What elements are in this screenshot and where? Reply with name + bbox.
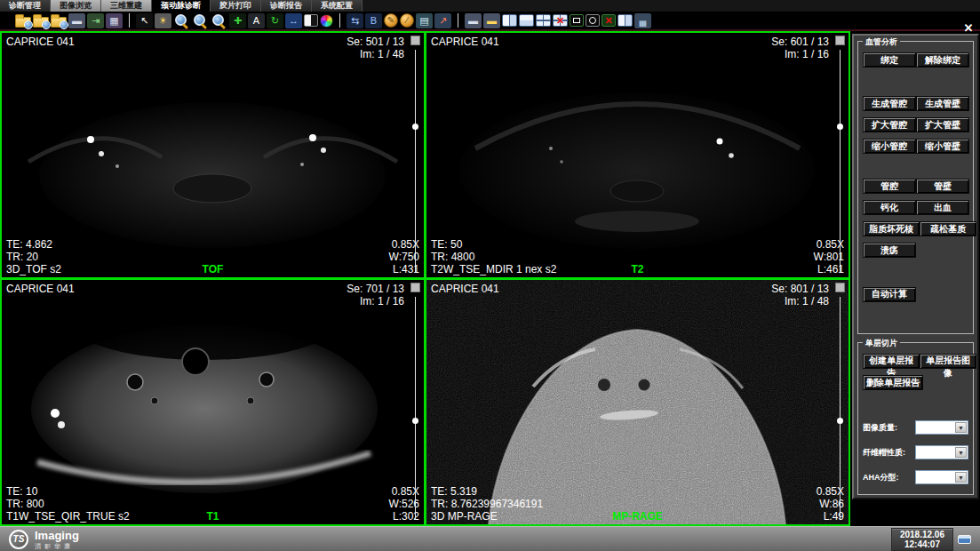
delete-slice-report-button[interactable]: 删除单层报告 (863, 375, 923, 390)
image-number: Im: 1 / 48 (347, 48, 404, 60)
zoom-reset-icon[interactable] (211, 13, 227, 28)
image-quality-select[interactable]: ▼ (915, 420, 968, 435)
series-number: Se: 601 / 13 (771, 36, 829, 48)
viewport-mprage[interactable]: CAPRICE 041 Se: 801 / 13 Im: 1 / 48 TE: … (426, 280, 849, 524)
lumen-button[interactable]: 管腔 (863, 179, 916, 194)
invert-icon[interactable] (304, 14, 318, 27)
toolbar-separator (339, 13, 340, 28)
scrollbar-thumb[interactable] (412, 124, 418, 130)
chevron-down-icon[interactable]: ▼ (955, 447, 967, 458)
archive-icon[interactable]: ▦ (106, 13, 123, 28)
toolbar: ▬⇥▦↖☀✚A↻↔⇆B✎∕▤↗▬▬✕✕▄ (0, 12, 980, 31)
brand-logo: TS (9, 530, 28, 549)
cine-batch-icon[interactable]: B (365, 13, 382, 28)
image-scrollbar[interactable] (412, 297, 418, 520)
compare-split-icon[interactable] (617, 14, 633, 27)
auto-calculate-button[interactable]: 自动计算 (863, 287, 916, 302)
create-slice-report-button[interactable]: 创建单层报告 (863, 354, 920, 369)
image-scrollbar[interactable] (837, 50, 843, 273)
viewport-t2[interactable]: CAPRICE 041 Se: 601 / 13 Im: 1 / 16 TE: … (426, 33, 849, 277)
ulcer-button[interactable]: 溃疡 (863, 243, 916, 258)
loose-matrix-button[interactable]: 疏松基质 (920, 221, 976, 236)
generate-lumen-button[interactable]: 生成管腔 (863, 96, 916, 111)
chevron-down-icon[interactable]: ▼ (955, 422, 967, 433)
tab-system-config[interactable]: 系统配置 (312, 0, 363, 12)
wall-button[interactable]: 管壁 (916, 179, 969, 194)
import-images-icon[interactable]: ⇥ (87, 13, 104, 28)
roi-delete-icon[interactable]: ✕ (602, 14, 616, 27)
shrink-lumen-button[interactable]: 缩小管腔 (863, 139, 916, 154)
te-value: TE: 5.319 (431, 485, 543, 498)
zoom-icon[interactable] (173, 13, 190, 28)
fit-window-icon[interactable]: ↔ (285, 13, 302, 28)
open-study-folder-icon[interactable] (15, 17, 31, 28)
cursor-icon[interactable]: ↖ (136, 13, 153, 28)
roi-rect-icon[interactable] (570, 14, 584, 27)
slice-report-image-button[interactable]: 单层报告图像 (920, 354, 976, 369)
datetime-display: 2018.12.06 12:44:07 (891, 528, 953, 551)
copy-icon[interactable]: ▤ (416, 13, 433, 28)
measure-icon[interactable]: ∕ (400, 13, 414, 28)
refresh-icon[interactable]: ↻ (267, 13, 283, 28)
unbind-button[interactable]: 解除绑定 (916, 52, 969, 68)
scrollbar-thumb[interactable] (837, 418, 843, 424)
chevron-down-icon[interactable]: ▼ (955, 472, 967, 483)
shrink-wall-button[interactable]: 缩小管壁 (916, 139, 969, 154)
window-level-icon[interactable]: ☀ (155, 13, 171, 28)
tab-diagnosis-report[interactable]: 诊断报告 (261, 0, 312, 12)
fibrous-cap-select[interactable]: ▼ (915, 445, 968, 459)
expand-wall-button[interactable]: 扩大管壁 (916, 117, 969, 132)
viewport-tof[interactable]: CAPRICE 041 Se: 501 / 13 Im: 1 / 48 TE: … (2, 33, 424, 277)
zoom-region-icon[interactable] (192, 13, 209, 28)
image-quality-label: 图像质量: (863, 422, 897, 434)
viewport-corner-button[interactable] (410, 36, 420, 45)
cine-forward-icon[interactable]: ⇆ (347, 13, 363, 28)
monitor-edit-icon[interactable]: ▬ (483, 13, 500, 28)
bind-button[interactable]: 绑定 (863, 52, 916, 68)
layout-2x2-icon[interactable] (536, 14, 551, 27)
lipid-core-button[interactable]: 脂质坏死核 (863, 221, 920, 236)
status-bar: TS Imaging 清影华康 2018.12.06 12:44:07 (0, 526, 980, 551)
image-scrollbar[interactable] (412, 50, 418, 273)
calcification-button[interactable]: 钙化 (863, 200, 916, 215)
capture-icon[interactable]: ▄ (634, 13, 651, 28)
open-image-folder-icon[interactable] (51, 17, 67, 28)
layout-1x2-icon[interactable] (502, 14, 517, 27)
toolbar-separator (458, 13, 458, 28)
series-info: Se: 501 / 13 Im: 1 / 48 (347, 36, 404, 60)
tab-image-browse[interactable]: 图像浏览 (51, 0, 101, 12)
viewport-corner-button[interactable] (835, 283, 845, 292)
monitor-minus-icon[interactable]: ▬ (465, 13, 482, 28)
tab-film-print[interactable]: 胶片打印 (211, 0, 261, 12)
generate-wall-button[interactable]: 生成管壁 (916, 96, 969, 111)
tab-diagnosis-management[interactable]: 诊断管理 (0, 0, 51, 12)
close-icon[interactable]: ✕ (961, 21, 976, 34)
expand-lumen-button[interactable]: 扩大管腔 (863, 117, 916, 132)
close-study-icon[interactable]: ▬ (68, 13, 85, 28)
viewport-corner-button[interactable] (835, 36, 845, 45)
viewport-corner-button[interactable] (410, 283, 420, 292)
hemorrhage-button[interactable]: 出血 (916, 200, 969, 215)
draw-icon[interactable]: ✎ (384, 13, 398, 28)
sequence-name: T2W_TSE_MDIR 1 nex s2 (431, 263, 556, 276)
palette-icon[interactable] (320, 14, 333, 28)
brand-text: Imaging 清影华康 (35, 530, 79, 549)
sequence-label: T2 (631, 263, 643, 276)
viewport-t1[interactable]: CAPRICE 041 Se: 701 / 13 Im: 1 / 16 TE: … (2, 280, 424, 524)
layout-close-icon[interactable]: ✕ (553, 14, 568, 27)
menu-bar-filler (363, 0, 980, 12)
layout-2x1-icon[interactable] (519, 14, 534, 27)
single-slice-title: 单层切片 (863, 338, 900, 349)
open-series-folder-icon[interactable] (33, 17, 49, 28)
scrollbar-thumb[interactable] (412, 418, 418, 424)
series-info: Se: 701 / 13 Im: 1 / 16 (347, 283, 404, 307)
aha-type-select[interactable]: ▼ (915, 470, 968, 484)
export-image-icon[interactable]: ↗ (434, 13, 451, 28)
tab-carotid-diagnosis[interactable]: 颈动脉诊断 (152, 0, 211, 12)
tab-3d-reconstruction[interactable]: 三维重建 (101, 0, 152, 12)
image-scrollbar[interactable] (837, 297, 843, 520)
annotation-icon[interactable]: A (248, 13, 265, 28)
scrollbar-thumb[interactable] (837, 124, 843, 130)
pan-icon[interactable]: ✚ (229, 13, 246, 28)
roi-ellipse-icon[interactable] (586, 14, 600, 27)
